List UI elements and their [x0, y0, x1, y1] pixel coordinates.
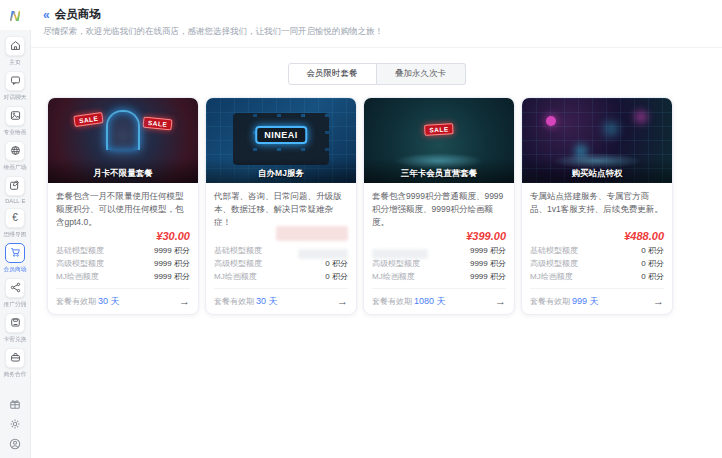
settings-gear-icon[interactable]	[9, 417, 22, 430]
sidebar-item-label: 专业绘画	[4, 128, 27, 136]
product-image: SALE SALE 月卡不限量套餐	[48, 98, 198, 183]
quota-value: 0 积分	[325, 257, 348, 270]
product-price: ¥30.00	[56, 228, 190, 244]
sidebar-item-gallery[interactable]: 绘画广场	[1, 141, 29, 172]
quota-row: 基础模型额度0 积分	[530, 244, 664, 257]
card-footer: 套餐有效期999 天 →	[530, 288, 664, 308]
quota-value: 9999 积分	[470, 244, 506, 257]
sidebar-item-label: DALL·E	[5, 198, 25, 204]
gallery-grid-icon	[10, 142, 21, 160]
sidebar-item-label: 对话聊天	[4, 93, 27, 101]
validity-text: 套餐有效期30 天	[214, 295, 278, 308]
product-card-site-privilege[interactable]: 购买站点特权 专属站点搭建服务、专属官方商品、1v1客服支持、后续免费更新。 ¥…	[521, 97, 673, 315]
tab-permanent-cards[interactable]: 叠加永久次卡	[377, 63, 466, 85]
product-image-caption: 月卡不限量套餐	[48, 158, 198, 183]
sidebar-item-label: 卡密兑换	[4, 335, 27, 343]
sidebar-item-label: 绘画广场	[4, 163, 27, 171]
sidebar-item-redeem[interactable]: 卡密兑换	[1, 313, 29, 344]
buy-arrow-icon[interactable]: →	[179, 296, 190, 307]
product-image: NINEAI 自办MJ服务	[206, 98, 356, 183]
chat-icon	[10, 72, 21, 90]
mountain-image-icon	[10, 107, 21, 125]
redaction-blur	[276, 226, 348, 241]
sidebar-item-business[interactable]: 商务合作	[1, 348, 29, 379]
buy-arrow-icon[interactable]: →	[495, 296, 506, 307]
pencil-note-icon	[9, 177, 20, 195]
sidebar-item-mindmap[interactable]: € 思维导图	[1, 208, 29, 239]
quota-label: MJ绘画额度	[372, 270, 415, 283]
sidebar-item-drawing[interactable]: 专业绘画	[1, 106, 29, 137]
product-body: 套餐包含一月不限量使用任何模型额度积分、可以使用任何模型，包含gpt4.0。 ¥…	[48, 183, 198, 314]
product-price: ¥399.00	[372, 228, 506, 244]
sidebar-item-dalle[interactable]: DALL·E	[3, 176, 28, 204]
logo-text: N	[10, 7, 21, 24]
quota-row: MJ绘画额度9999 积分	[372, 270, 506, 283]
quota-value: 9999 积分	[470, 257, 506, 270]
package-tabs: 会员限时套餐 叠加永久次卡	[31, 63, 722, 85]
card-footer: 套餐有效期30 天 →	[214, 288, 348, 308]
quota-label: 高级模型额度	[56, 257, 104, 270]
sale-badge: SALE	[73, 112, 104, 127]
nineai-logo: N	[0, 0, 31, 30]
product-description: 代部署、咨询、日常问题、升级版本、数据迁移、解决日常疑难杂症！	[214, 190, 348, 228]
product-card-3year[interactable]: SALE 三年卡会员直营套餐 套餐包含9999积分普通额度、9999积分增强额度…	[363, 97, 515, 315]
sidebar-nav: 主页 对话聊天 专业绘画 绘画广场 DALL·E € 思维导图 会员商场 推广分	[1, 36, 29, 383]
hologram-arch-decoration	[106, 110, 140, 150]
collapse-sidebar-icon[interactable]: «	[43, 9, 50, 21]
buy-arrow-icon[interactable]: →	[337, 296, 348, 307]
nineai-image-logo: NINEAI	[255, 126, 307, 144]
sidebar-item-label: 主页	[9, 58, 20, 66]
buy-arrow-icon[interactable]: →	[653, 296, 664, 307]
user-avatar[interactable]	[9, 437, 22, 450]
neon-lights-decoration	[546, 116, 556, 126]
product-description: 套餐包含9999积分普通额度、9999积分增强额度、9999积分绘画额度。	[372, 190, 506, 228]
quota-label: MJ绘画额度	[56, 270, 99, 283]
validity-days: 30 天	[256, 296, 278, 306]
product-image-caption: 自办MJ服务	[206, 158, 356, 183]
card-footer: 套餐有效期1080 天 →	[372, 288, 506, 308]
product-image: SALE 三年卡会员直营套餐	[364, 98, 514, 183]
quota-row: MJ绘画额度0 积分	[530, 270, 664, 283]
validity-days: 999 天	[572, 296, 599, 306]
product-card-mj-service[interactable]: NINEAI 自办MJ服务 代部署、咨询、日常问题、升级版本、数据迁移、解决日常…	[205, 97, 357, 315]
redaction-blur	[372, 249, 428, 259]
sidebar-item-chat[interactable]: 对话聊天	[1, 71, 29, 102]
product-image-caption: 购买站点特权	[522, 158, 672, 183]
page-header: « 会员商场 尽情探索，欢迎光临我们的在线商店，感谢您选择我们，让我们一同开启愉…	[31, 0, 722, 48]
product-card-monthly[interactable]: SALE SALE 月卡不限量套餐 套餐包含一月不限量使用任何模型额度积分、可以…	[47, 97, 199, 315]
tab-member-packages[interactable]: 会员限时套餐	[288, 63, 377, 85]
mindmap-icon: €	[12, 213, 18, 223]
product-description: 套餐包含一月不限量使用任何模型额度积分、可以使用任何模型，包含gpt4.0。	[56, 190, 190, 228]
quota-value: 0 积分	[641, 244, 664, 257]
quota-value: 9999 积分	[154, 257, 190, 270]
sale-badge: SALE	[424, 123, 454, 136]
quota-label: MJ绘画额度	[214, 270, 257, 283]
quota-row: 基础模型额度9999 积分	[56, 244, 190, 257]
sidebar-item-label: 思维导图	[4, 230, 27, 238]
sidebar-item-home[interactable]: 主页	[5, 36, 25, 67]
quota-label: 基础模型额度	[56, 244, 104, 257]
quota-row: MJ绘画额度9999 积分	[56, 270, 190, 283]
sidebar-item-label: 商务合作	[4, 370, 27, 378]
quota-label: MJ绘画额度	[530, 270, 573, 283]
page-title: 会员商场	[55, 7, 101, 22]
validity-text: 套餐有效期999 天	[530, 295, 599, 308]
sidebar-item-shop[interactable]: 会员商场	[1, 243, 29, 274]
sidebar-item-label: 推广分佣	[4, 300, 27, 308]
quota-value: 9999 积分	[154, 270, 190, 283]
quota-value: 9999 积分	[470, 270, 506, 283]
card-footer: 套餐有效期30 天 →	[56, 288, 190, 308]
quota-value: 0 积分	[325, 270, 348, 283]
cart-icon	[10, 244, 21, 262]
validity-days: 1080 天	[414, 296, 446, 306]
quota-rows: 基础模型额度0 积分 高级模型额度0 积分 MJ绘画额度0 积分	[530, 244, 664, 283]
quota-label: 高级模型额度	[372, 257, 420, 270]
product-image: 购买站点特权	[522, 98, 672, 183]
quota-label: 基础模型额度	[214, 244, 262, 257]
gift-icon[interactable]	[9, 397, 22, 410]
sidebar-item-referral[interactable]: 推广分佣	[1, 278, 29, 309]
validity-text: 套餐有效期1080 天	[372, 295, 446, 308]
product-grid: SALE SALE 月卡不限量套餐 套餐包含一月不限量使用任何模型额度积分、可以…	[47, 97, 673, 315]
home-icon	[10, 37, 21, 55]
validity-days: 30 天	[98, 296, 120, 306]
